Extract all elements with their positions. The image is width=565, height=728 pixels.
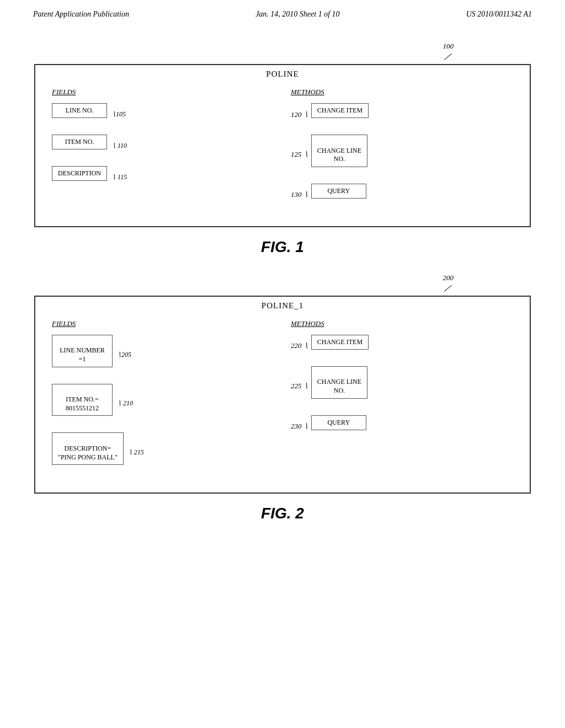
fig1-method-130-id: 130 ∖: [291, 190, 308, 199]
ref-100-arrow: ∕: [446, 51, 451, 63]
fig1-fields-label: FIELDS: [52, 88, 274, 97]
fig2-method-220-id: 220 ∖: [291, 341, 308, 350]
fig2-uml-box: POLINE_1 FIELDS LINE NUMBER =1 ∖205: [34, 296, 531, 494]
ref-100-block: 100 ∕: [443, 41, 454, 63]
fig1-method-changelineno: CHANGE LINE NO.: [311, 135, 367, 167]
fig1-field-lineno: LINE NO.: [52, 103, 107, 118]
fig2-methods-label: METHODS: [291, 319, 513, 328]
ref-200-num: 200: [443, 274, 454, 282]
ref-200-arrow: ∕: [446, 282, 451, 295]
fig1-methods-col: METHODS 120 ∖ CHANGE ITEM 125 ∖ CHANGE L…: [274, 88, 513, 215]
fig2-caption: FIG. 2: [34, 505, 531, 522]
fig2-field-desc: DESCRIPTION= "PING PONG BALL": [52, 432, 124, 465]
fig1-field-desc: DESCRIPTION: [52, 166, 107, 181]
fig2-field-row-3: DESCRIPTION= "PING PONG BALL" ∖ 215: [52, 432, 274, 473]
fig2-method-225-id: 225 ∖: [291, 382, 308, 390]
fig2-method-row-3: 230 ∖ QUERY: [291, 415, 513, 438]
header-right: US 2010/0011342 A1: [466, 10, 532, 19]
fig2-content: FIELDS LINE NUMBER =1 ∖205 ITEM NO.= 801…: [35, 314, 530, 493]
ref-200-block: 200 ∕: [443, 272, 454, 295]
fig1-method-row-3: 130 ∖ QUERY: [291, 184, 513, 206]
fig1-field-105-id: ∖105: [111, 110, 126, 119]
header-middle: Jan. 14, 2010 Sheet 1 of 10: [255, 10, 339, 19]
fig1-field-itemno: ITEM NO.: [52, 135, 107, 149]
fig2-method-changelineno: CHANGE LINE NO.: [311, 366, 367, 399]
fig2-field-205-id: ∖205: [117, 351, 131, 359]
fig2-method-230-id: 230 ∖: [291, 422, 308, 431]
fig2-field-215-id: ∖ 215: [128, 448, 144, 457]
fig1-field-row-2: ITEM NO. ∖ 110: [52, 135, 274, 157]
fig2-field-itemno: ITEM NO.= 8015551212: [52, 384, 113, 416]
fig1-uml-box: POLINE FIELDS LINE NO. ∖105: [34, 64, 531, 227]
ref-100-num: 100: [443, 42, 454, 50]
fig2-fields-label: FIELDS: [52, 319, 274, 328]
fig1-method-changeitem: CHANGE ITEM: [311, 103, 369, 118]
fig1-field-110-id: ∖ 110: [111, 142, 127, 150]
fig1-method-125-id: 125 ∖: [291, 150, 308, 159]
fig1-content: FIELDS LINE NO. ∖105 ITEM NO. ∖ 110: [35, 82, 530, 226]
fig1-field-115-id: ∖ 115: [111, 173, 127, 181]
fig1-method-row-2: 125 ∖ CHANGE LINE NO.: [291, 135, 513, 175]
fig2-field-210-id: ∖ 210: [117, 399, 133, 408]
fig1-method-row-1: 120 ∖ CHANGE ITEM: [291, 103, 513, 126]
fig2-methods-col: METHODS 220 ∖ CHANGE ITEM 225 ∖ CHANGE L…: [274, 319, 513, 481]
fig1-method-query: QUERY: [311, 184, 366, 199]
fig2-method-changeitem: CHANGE ITEM: [311, 335, 369, 350]
fig1-methods-label: METHODS: [291, 88, 513, 97]
diagram-section: 100 ∕ POLINE FIELDS LINE NO. ∖105: [34, 41, 531, 522]
fig1-field-row-1: LINE NO. ∖105: [52, 103, 274, 126]
fig1-fields-col: FIELDS LINE NO. ∖105 ITEM NO. ∖ 110: [52, 88, 274, 215]
fig2-method-query: QUERY: [311, 415, 366, 430]
fig2-area: 200 ∕ POLINE_1 FIELDS LINE NUMBER =1 ∖20…: [34, 272, 531, 522]
fig1-caption: FIG. 1: [34, 238, 531, 256]
header-left: Patent Application Publication: [33, 10, 129, 19]
fig1-field-row-3: DESCRIPTION ∖ 115: [52, 166, 274, 189]
fig1-area: 100 ∕ POLINE FIELDS LINE NO. ∖105: [34, 41, 531, 256]
fig2-method-row-2: 225 ∖ CHANGE LINE NO.: [291, 366, 513, 406]
fig2-title: POLINE_1: [35, 297, 530, 314]
fig2-field-row-1: LINE NUMBER =1 ∖205: [52, 335, 274, 375]
fig2-fields-col: FIELDS LINE NUMBER =1 ∖205 ITEM NO.= 801…: [52, 319, 274, 481]
fig1-title: POLINE: [35, 65, 530, 82]
fig1-method-120-id: 120 ∖: [291, 110, 308, 119]
page-header: Patent Application Publication Jan. 14, …: [0, 0, 565, 24]
fig2-method-row-1: 220 ∖ CHANGE ITEM: [291, 335, 513, 357]
fig2-field-linenumber: LINE NUMBER =1: [52, 335, 113, 367]
fig2-field-row-2: ITEM NO.= 8015551212 ∖ 210: [52, 384, 274, 424]
